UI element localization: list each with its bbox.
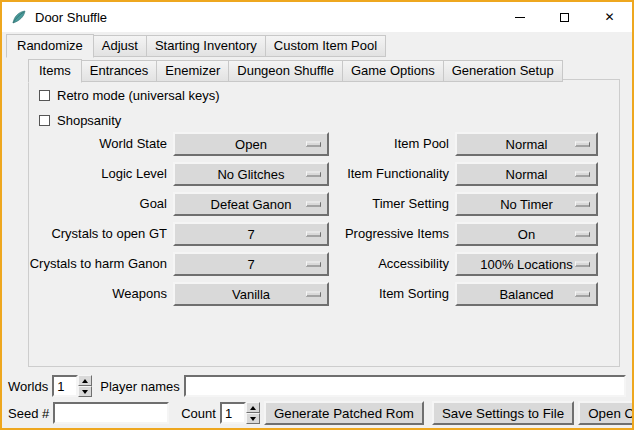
item-sorting-value: Balanced [499, 287, 553, 302]
crystals-harm-ganon-value: 7 [247, 257, 254, 272]
tab-generation-setup[interactable]: Generation Setup [443, 60, 563, 82]
crystals-open-gt-value: 7 [247, 227, 254, 242]
dropdown-indicator-icon [306, 172, 321, 177]
crystals-open-gt-label: Crystals to open GT [29, 222, 167, 246]
arrow-up-icon [250, 406, 256, 410]
window-title: Door Shuffle [35, 10, 107, 25]
app-window: Door Shuffle ✕ Randomize Adjust Starting… [0, 0, 634, 430]
retro-mode-label: Retro mode (universal keys) [57, 88, 220, 103]
dropdown-indicator-icon [306, 142, 321, 147]
progressive-items-label: Progressive Items [335, 222, 449, 246]
tab-custom-item-pool[interactable]: Custom Item Pool [265, 35, 386, 57]
dropdown-indicator-icon [575, 292, 590, 297]
count-spin-arrows [246, 402, 260, 424]
logic-level-value: No Glitches [217, 167, 284, 182]
item-pool-value: Normal [506, 137, 548, 152]
dropdown-indicator-icon [306, 202, 321, 207]
item-functionality-value: Normal [506, 167, 548, 182]
worlds-label: Worlds [8, 379, 48, 394]
worlds-spin-down-button[interactable] [78, 386, 92, 397]
world-state-value: Open [235, 137, 267, 152]
world-state-dropdown[interactable]: Open [173, 132, 329, 156]
worlds-spinbox[interactable] [52, 375, 92, 397]
crystals-open-gt-dropdown[interactable]: 7 [173, 222, 329, 246]
dropdown-indicator-icon [575, 232, 590, 237]
timer-setting-value: No Timer [500, 197, 553, 212]
accessibility-value: 100% Locations [480, 257, 573, 272]
accessibility-label: Accessibility [335, 252, 449, 276]
player-names-input[interactable] [184, 375, 626, 397]
shopsanity-label: Shopsanity [57, 113, 121, 128]
logic-level-dropdown[interactable]: No Glitches [173, 162, 329, 186]
dropdown-indicator-icon [575, 142, 590, 147]
inner-tab-bar: Items Entrances Enemizer Dungeon Shuffle… [28, 59, 562, 82]
progressive-items-dropdown[interactable]: On [455, 222, 598, 246]
generate-patched-rom-button[interactable]: Generate Patched Rom [264, 401, 424, 425]
goal-label: Goal [29, 192, 167, 216]
app-icon [11, 9, 27, 25]
progressive-items-value: On [518, 227, 535, 242]
arrow-up-icon [82, 379, 88, 383]
timer-setting-label: Timer Setting [335, 192, 449, 216]
title-bar: Door Shuffle ✕ [2, 2, 632, 32]
seed-label: Seed # [8, 406, 49, 421]
minimize-button[interactable] [497, 2, 542, 32]
goal-value: Defeat Ganon [211, 197, 292, 212]
close-button[interactable]: ✕ [587, 2, 632, 32]
crystals-harm-ganon-dropdown[interactable]: 7 [173, 252, 329, 276]
retro-mode-checkbox-row[interactable]: Retro mode (universal keys) [39, 88, 220, 103]
tab-enemizer[interactable]: Enemizer [156, 60, 229, 82]
minimize-icon [515, 17, 525, 18]
dropdown-indicator-icon [306, 292, 321, 297]
count-label: Count [181, 406, 216, 421]
dropdown-indicator-icon [575, 262, 590, 267]
save-settings-button[interactable]: Save Settings to File [432, 401, 574, 425]
worlds-input[interactable] [52, 375, 78, 397]
count-spin-up-button[interactable] [246, 402, 260, 413]
seed-input[interactable] [53, 402, 169, 424]
count-input[interactable] [220, 402, 246, 424]
player-names-label: Player names [100, 379, 179, 394]
tab-starting-inventory[interactable]: Starting Inventory [146, 35, 266, 57]
goal-dropdown[interactable]: Defeat Ganon [173, 192, 329, 216]
item-functionality-label: Item Functionality [335, 162, 449, 186]
timer-setting-dropdown[interactable]: No Timer [455, 192, 598, 216]
dropdown-indicator-icon [306, 232, 321, 237]
logic-level-label: Logic Level [29, 162, 167, 186]
weapons-label: Weapons [29, 282, 167, 306]
dropdown-indicator-icon [575, 172, 590, 177]
item-pool-dropdown[interactable]: Normal [455, 132, 598, 156]
retro-mode-checkbox[interactable] [39, 90, 50, 101]
tab-entrances[interactable]: Entrances [81, 60, 158, 82]
shopsanity-checkbox[interactable] [39, 115, 50, 126]
dropdown-indicator-icon [575, 202, 590, 207]
tab-game-options[interactable]: Game Options [342, 60, 444, 82]
count-spin-down-button[interactable] [246, 413, 260, 424]
item-sorting-label: Item Sorting [335, 282, 449, 306]
world-state-label: World State [29, 132, 167, 156]
item-functionality-dropdown[interactable]: Normal [455, 162, 598, 186]
count-spinbox[interactable] [220, 402, 260, 424]
weapons-dropdown[interactable]: Vanilla [173, 282, 329, 306]
window-content: Randomize Adjust Starting Inventory Cust… [2, 32, 632, 428]
arrow-down-icon [250, 417, 256, 421]
tab-randomize[interactable]: Randomize [6, 34, 94, 58]
maximize-icon [560, 13, 569, 22]
open-output-directory-button[interactable]: Open Output Directory [578, 401, 634, 425]
outer-tab-bar: Randomize Adjust Starting Inventory Cust… [6, 34, 385, 57]
shopsanity-checkbox-row[interactable]: Shopsanity [39, 113, 121, 128]
maximize-button[interactable] [542, 2, 587, 32]
items-pane: Retro mode (universal keys) Shopsanity W… [28, 79, 620, 367]
worlds-spin-up-button[interactable] [78, 375, 92, 386]
generate-row: Seed # Count Generate Patched Rom Save S… [8, 401, 626, 425]
crystals-harm-ganon-label: Crystals to harm Ganon [29, 252, 167, 276]
item-sorting-dropdown[interactable]: Balanced [455, 282, 598, 306]
tab-items[interactable]: Items [28, 59, 82, 83]
dropdown-indicator-icon [306, 262, 321, 267]
close-icon: ✕ [604, 11, 614, 23]
worlds-row: Worlds Player names [8, 374, 626, 398]
tab-adjust[interactable]: Adjust [93, 35, 147, 57]
tab-dungeon-shuffle[interactable]: Dungeon Shuffle [228, 60, 343, 82]
accessibility-dropdown[interactable]: 100% Locations [455, 252, 598, 276]
arrow-down-icon [82, 390, 88, 394]
